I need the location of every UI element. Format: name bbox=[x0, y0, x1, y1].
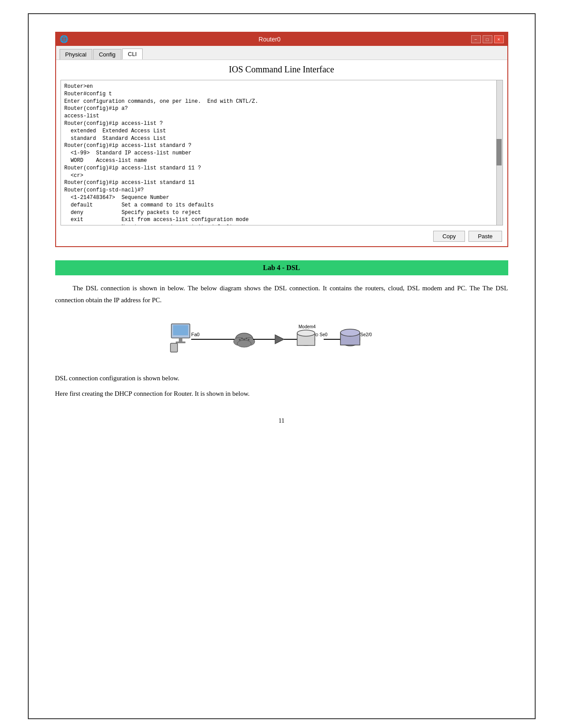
window-controls: − □ × bbox=[471, 35, 504, 43]
router-icon: 🌐 bbox=[60, 35, 68, 44]
cli-scrollbar-thumb bbox=[496, 139, 502, 165]
svg-rect-4 bbox=[170, 343, 178, 352]
network-diagram-svg: Fa0 Modem4 bbox=[167, 315, 397, 359]
svg-text:Fa0: Fa0 bbox=[191, 332, 200, 337]
tab-physical[interactable]: Physical bbox=[60, 49, 92, 60]
lab-paragraph: The DSL connection is shown in below. Th… bbox=[55, 282, 508, 306]
copy-button[interactable]: Copy bbox=[433, 231, 465, 242]
paste-button[interactable]: Paste bbox=[469, 231, 502, 242]
diagram-area: Fa0 Modem4 bbox=[55, 315, 508, 359]
svg-point-15 bbox=[248, 339, 249, 341]
page: 🌐 Router0 − □ × Physical Config CLI IOS … bbox=[28, 13, 536, 719]
cli-content: Router>en Router#config t Enter configur… bbox=[64, 83, 499, 225]
svg-point-11 bbox=[239, 339, 241, 341]
svg-point-13 bbox=[243, 338, 245, 340]
tab-config[interactable]: Config bbox=[93, 49, 121, 60]
maximize-button[interactable]: □ bbox=[483, 35, 492, 43]
cli-terminal[interactable]: Router>en Router#config t Enter configur… bbox=[60, 80, 503, 225]
svg-rect-2 bbox=[179, 338, 182, 341]
cli-heading: IOS Command Line Interface bbox=[56, 60, 507, 77]
dsl-line2: Here first creating the DHCP connection … bbox=[55, 388, 508, 400]
dsl-line1: DSL connection configuration is shown be… bbox=[55, 372, 508, 384]
cli-buttons: Copy Paste bbox=[56, 228, 507, 246]
svg-text:Modem4: Modem4 bbox=[299, 324, 316, 329]
svg-point-14 bbox=[246, 338, 247, 339]
svg-point-26 bbox=[340, 329, 360, 336]
cli-text: Router>en Router#config t Enter configur… bbox=[64, 83, 492, 225]
svg-text:⊙ Se0: ⊙ Se0 bbox=[315, 332, 328, 337]
window-title: Router0 bbox=[68, 36, 471, 43]
svg-point-20 bbox=[297, 330, 315, 336]
minimize-button[interactable]: − bbox=[471, 35, 481, 43]
page-number: 11 bbox=[55, 417, 508, 424]
svg-rect-1 bbox=[173, 325, 188, 335]
svg-point-10 bbox=[237, 340, 251, 347]
svg-point-12 bbox=[241, 338, 243, 339]
router-titlebar: 🌐 Router0 − □ × bbox=[56, 33, 507, 46]
tab-cli[interactable]: CLI bbox=[122, 49, 143, 60]
router-window: 🌐 Router0 − □ × Physical Config CLI IOS … bbox=[55, 32, 508, 247]
cli-scrollbar[interactable] bbox=[496, 80, 503, 225]
lab-header: Lab 4 - DSL bbox=[55, 260, 508, 275]
svg-text:Se2/0: Se2/0 bbox=[360, 332, 372, 337]
svg-rect-3 bbox=[176, 341, 185, 343]
router-tabs: Physical Config CLI bbox=[56, 46, 507, 60]
close-button[interactable]: × bbox=[494, 35, 504, 43]
